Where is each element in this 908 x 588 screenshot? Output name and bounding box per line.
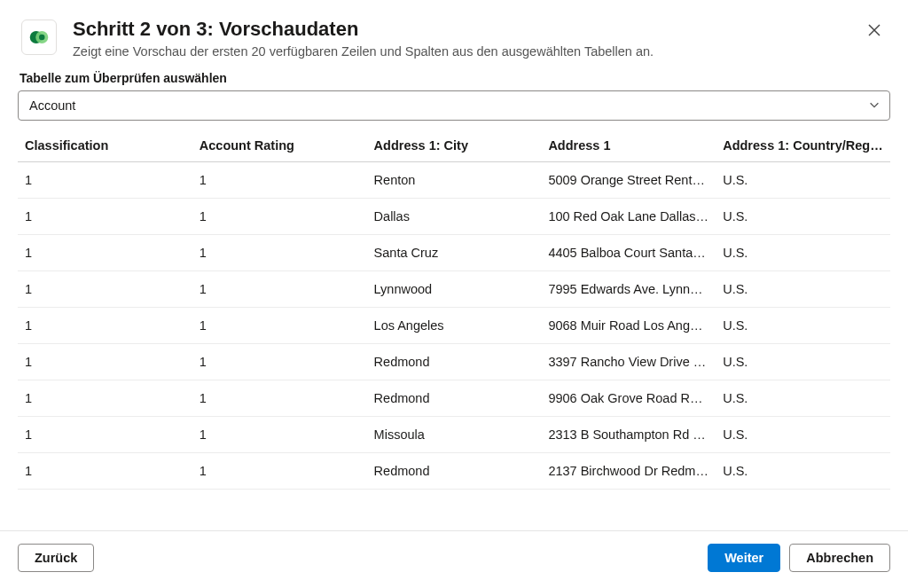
table-selector-value: Account (29, 98, 75, 113)
cell-country: U.S. (716, 271, 890, 308)
cell-country: U.S. (716, 417, 890, 453)
footer-right-group: Weiter Abbrechen (708, 544, 890, 572)
cell-classification: 1 (18, 271, 192, 308)
cell-address: 4405 Balboa Court Santa Cruz, California… (541, 235, 716, 271)
cell-classification: 1 (18, 162, 192, 199)
cell-rating: 1 (192, 453, 367, 490)
cell-city: Dallas (367, 199, 542, 235)
dialog-header: Schritt 2 von 3: Vorschaudaten Zeigt ein… (0, 0, 908, 67)
next-button[interactable]: Weiter (708, 544, 780, 572)
cell-classification: 1 (18, 199, 192, 235)
cell-classification: 1 (18, 235, 192, 271)
preview-data-dialog: Schritt 2 von 3: Vorschaudaten Zeigt ein… (0, 0, 908, 588)
header-text: Schritt 2 von 3: Vorschaudaten Zeigt ein… (73, 18, 846, 59)
column-header-address[interactable]: Address 1 (541, 129, 716, 162)
table-selector[interactable]: Account (18, 90, 890, 121)
table-row[interactable]: 11Missoula2313 B Southampton Rd Missoula… (18, 417, 890, 453)
cell-city: Los Angeles (367, 308, 542, 344)
chevron-down-icon (868, 98, 881, 114)
cell-country: U.S. (716, 308, 890, 344)
cell-rating: 1 (192, 380, 367, 417)
cell-city: Renton (367, 162, 542, 199)
cell-rating: 1 (192, 344, 367, 380)
dialog-body: Tabelle zum Überprüfen auswählen Account… (0, 67, 908, 530)
cell-address: 2137 Birchwood Dr Redmond, Washington 98… (541, 453, 716, 490)
cell-classification: 1 (18, 453, 192, 490)
cell-rating: 1 (192, 308, 367, 344)
table-row[interactable]: 11Los Angeles9068 Muir Road Los Angeles,… (18, 308, 890, 344)
table-row[interactable]: 11Redmond3397 Rancho View Drive Redmond,… (18, 344, 890, 380)
svg-point-2 (39, 35, 45, 41)
preview-table-wrap: Classification Account Rating Address 1:… (18, 129, 890, 530)
cell-classification: 1 (18, 344, 192, 380)
cell-country: U.S. (716, 380, 890, 417)
cell-rating: 1 (192, 162, 367, 199)
cell-address: 7995 Edwards Ave. Lynnwood, Washington 9… (541, 271, 716, 308)
cell-classification: 1 (18, 417, 192, 453)
table-row[interactable]: 11Dallas100 Red Oak Lane Dallas, Texas 7… (18, 199, 890, 235)
cell-city: Santa Cruz (367, 235, 542, 271)
table-row[interactable]: 11Lynnwood7995 Edwards Ave. Lynnwood, Wa… (18, 271, 890, 308)
dialog-subtitle: Zeigt eine Vorschau der ersten 20 verfüg… (73, 44, 846, 59)
cancel-button[interactable]: Abbrechen (789, 544, 890, 572)
cell-country: U.S. (716, 344, 890, 380)
column-header-address-country[interactable]: Address 1: Country/Region (716, 129, 890, 162)
cell-city: Redmond (367, 453, 542, 490)
cell-country: U.S. (716, 199, 890, 235)
cell-country: U.S. (716, 453, 890, 490)
table-row[interactable]: 11Renton5009 Orange Street Renton, Washi… (18, 162, 890, 199)
cell-country: U.S. (716, 162, 890, 199)
column-header-classification[interactable]: Classification (18, 129, 192, 162)
dialog-title: Schritt 2 von 3: Vorschaudaten (73, 18, 846, 41)
column-header-account-rating[interactable]: Account Rating (192, 129, 367, 162)
table-row[interactable]: 11Redmond2137 Birchwood Dr Redmond, Wash… (18, 453, 890, 490)
app-icon (21, 20, 57, 55)
cell-country: U.S. (716, 235, 890, 271)
table-selector-label: Tabelle zum Überprüfen auswählen (20, 71, 890, 85)
cell-rating: 1 (192, 235, 367, 271)
cell-rating: 1 (192, 417, 367, 453)
cell-rating: 1 (192, 271, 367, 308)
dialog-footer: Zurück Weiter Abbrechen (0, 530, 908, 588)
preview-table: Classification Account Rating Address 1:… (18, 129, 890, 490)
back-button[interactable]: Zurück (18, 544, 94, 572)
cell-city: Missoula (367, 417, 542, 453)
cell-city: Redmond (367, 344, 542, 380)
cell-address: 2313 B Southampton Rd Missoula, Montana … (541, 417, 716, 453)
cell-rating: 1 (192, 199, 367, 235)
cell-classification: 1 (18, 308, 192, 344)
column-header-address-city[interactable]: Address 1: City (367, 129, 542, 162)
cell-city: Lynnwood (367, 271, 542, 308)
table-header-row: Classification Account Rating Address 1:… (18, 129, 890, 162)
cell-classification: 1 (18, 380, 192, 417)
table-row[interactable]: 11Santa Cruz4405 Balboa Court Santa Cruz… (18, 235, 890, 271)
cell-address: 100 Red Oak Lane Dallas, Texas 75234 U.S… (541, 199, 716, 235)
cell-address: 9906 Oak Grove Road Redmond, Washington … (541, 380, 716, 417)
cell-address: 5009 Orange Street Renton, Washington 98… (541, 162, 716, 199)
cell-city: Redmond (367, 380, 542, 417)
close-button[interactable] (862, 18, 887, 43)
cell-address: 3397 Rancho View Drive Redmond, Washingt… (541, 344, 716, 380)
table-row[interactable]: 11Redmond9906 Oak Grove Road Redmond, Wa… (18, 380, 890, 417)
cell-address: 9068 Muir Road Los Angeles, California 9… (541, 308, 716, 344)
